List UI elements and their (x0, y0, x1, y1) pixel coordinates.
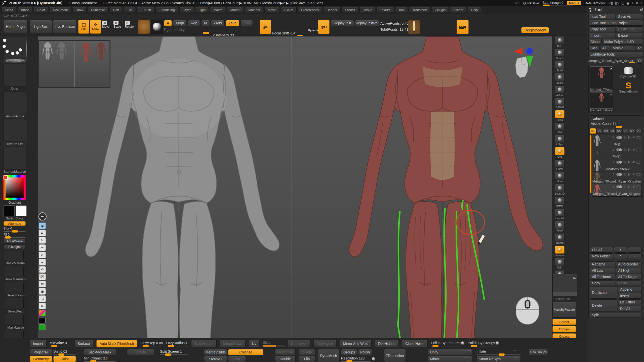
undock-right-icon[interactable]: |||▷ (615, 1, 619, 5)
clone-button[interactable]: Clone (588, 39, 601, 44)
import-button[interactable]: Import (588, 33, 615, 38)
list-all-button[interactable]: List All (590, 247, 613, 253)
bottom-row-item[interactable]: LazyStep 0.05 (140, 341, 163, 346)
menu-item[interactable]: Material (245, 7, 263, 13)
reload-icon[interactable]: ↺ (640, 8, 643, 12)
right-shelf-button[interactable]: Zoom (554, 73, 565, 84)
menu-item[interactable]: Edit (110, 7, 122, 13)
document-canvas[interactable]: ✒ ◉►✎✏✐●↶⌧✉▣◲⧉ ▒▒▶▒▒ ◄◄ ▲▼ ►► (38, 36, 552, 347)
capture-icon[interactable]: ◲ (39, 295, 46, 302)
right-shelf-button[interactable]: Rotate (554, 196, 565, 207)
append-button[interactable]: Append (618, 287, 641, 292)
delete2-button[interactable]: Delete (299, 349, 315, 355)
autoreorder-button[interactable]: AutoReorder (616, 261, 641, 267)
right-shelf-button[interactable]: Actual (554, 85, 565, 97)
bottom-row-item[interactable]: Close Holes (402, 340, 427, 347)
right-shelf-button[interactable]: PolyF (554, 221, 565, 232)
bottom-row-item[interactable]: Import (30, 340, 46, 347)
color-picker[interactable] (3, 175, 26, 200)
alternate-button[interactable]: Alternate (4, 221, 26, 226)
cursor-icon[interactable]: ► (39, 230, 46, 236)
highlighter-icon[interactable]: ✐ (39, 252, 46, 258)
float-window-icon[interactable]: ◫ (621, 1, 624, 5)
edit-button[interactable]: ⬚Edit (78, 20, 89, 34)
menus-button[interactable]: Menus (567, 1, 581, 5)
version-tab[interactable]: V5 (616, 128, 622, 134)
all-to-target-button[interactable]: All To Target (616, 274, 641, 280)
camera-icon[interactable] (457, 20, 469, 34)
scale-button[interactable]: SScale (113, 21, 124, 33)
mode-button[interactable]: Rgb (188, 20, 200, 26)
Merged_TPose1_Ryan_Kingslie[interactable]: ↧ ✐ Merged_TPose1_Ryan_Kingslie (592, 184, 641, 196)
annotation-color-green[interactable] (39, 324, 46, 330)
zremesher-button[interactable]: ZRemesher (384, 349, 406, 362)
bottom-row-item[interactable]: Split Hidden (191, 340, 217, 347)
dynamesh-button[interactable]: DynaMesh (318, 349, 339, 362)
menu-item[interactable]: Stroke (359, 7, 376, 13)
mode-button[interactable]: Zcut (240, 20, 253, 26)
shade-icon[interactable] (623, 185, 626, 188)
rf-slider[interactable]: Rf 0 (4, 233, 26, 238)
tool-thumb-cylinder3d[interactable]: Cylinder3D (616, 66, 641, 78)
version-tab[interactable]: V6 (622, 128, 628, 134)
backface-mask-button[interactable]: BackfaceMask (84, 349, 116, 355)
blur-slider[interactable]: Blur 0 (4, 227, 26, 232)
version-tab[interactable]: V8 (635, 128, 641, 134)
left-panel-lower-item[interactable]: SelectRect (0, 298, 29, 313)
all-low-button[interactable]: All Low (590, 268, 615, 273)
right-shelf-button[interactable]: Solo (554, 258, 565, 269)
preview-thumbnail-red[interactable] (74, 41, 110, 87)
brush-icon[interactable]: ✐ (632, 148, 635, 152)
main-color-swatch[interactable] (4, 205, 15, 216)
right-shelf-button[interactable]: Floor (554, 122, 565, 133)
eye-icon[interactable] (636, 173, 640, 176)
dock-window-icon[interactable]: ▣ (626, 1, 629, 5)
shade-icon[interactable] (623, 148, 626, 151)
auto-groups-button[interactable]: Auto Groups (528, 349, 548, 355)
resolution-slider[interactable]: Resolution 128 (341, 356, 371, 362)
uv-icon[interactable] (628, 136, 631, 139)
right-shelf-button[interactable]: Persp (554, 110, 565, 121)
bottom-row-item[interactable]: MidValue 0 (50, 341, 71, 346)
modifier-dot[interactable] (496, 341, 499, 345)
projectall-button[interactable]: ProjectAll (30, 349, 52, 355)
eye-icon[interactable]: ◉ (39, 222, 46, 229)
move-button[interactable]: MMove (102, 21, 112, 33)
inflate-slider[interactable]: Inflate X Y Z (476, 349, 521, 355)
menu-item[interactable]: Document (50, 7, 71, 13)
insert-button[interactable]: Insert (618, 293, 641, 299)
eye-icon[interactable] (636, 149, 640, 151)
menu-item[interactable]: Macro (210, 7, 226, 13)
bottom-row-item[interactable]: LazyRadius 1 (166, 341, 188, 346)
pen-icon[interactable]: ✎ (39, 237, 46, 244)
secondary-color-swatch[interactable] (16, 205, 27, 216)
annotation-color-black[interactable] (39, 317, 46, 323)
J Anatomy Step-2[interactable]: ↧ ✐ J Anatomy Step-2 (592, 159, 641, 172)
minimize-icon[interactable]: ⊻ (632, 1, 634, 5)
menu-item[interactable]: Draw (72, 7, 87, 13)
menu-item[interactable]: Preferences (298, 7, 322, 13)
menu-item[interactable]: Tool (395, 7, 408, 13)
flatten-icon[interactable]: ↧ (613, 148, 615, 152)
del-other-button[interactable]: Del Other (618, 299, 641, 305)
bottom-row-item[interactable]: MergeDown (220, 340, 245, 347)
version-tab[interactable]: V7 (629, 128, 635, 134)
left-panel-lower-item[interactable]: SelectLasso (0, 282, 29, 297)
right-shelf-button[interactable]: Dynamic (554, 246, 565, 257)
16강[interactable]: ↧ ✐ 16강 (592, 135, 641, 147)
duplicate-button[interactable]: Duplicate (590, 287, 617, 299)
current-brush-thumbnail[interactable] (138, 20, 150, 34)
uv-icon[interactable] (628, 148, 631, 151)
menu-item[interactable]: Movie (264, 7, 280, 13)
brush-icon[interactable]: ✐ (632, 136, 635, 139)
annotation-color-multi[interactable] (39, 310, 46, 316)
menu-item[interactable]: J-Modeling (155, 7, 178, 13)
draw-button[interactable]: ✛Draw (90, 20, 101, 34)
bottom-row-item[interactable]: SDiv (263, 340, 285, 347)
border-button[interactable]: Border (552, 319, 576, 325)
menu-item[interactable]: Layer (179, 7, 194, 13)
fillobject-button[interactable]: FillObject (4, 244, 26, 249)
mirror-button[interactable]: MirrorX Y Z (428, 356, 472, 362)
shade-icon[interactable] (623, 161, 626, 164)
dist-slider[interactable]: Dist 0.02 (53, 349, 76, 355)
